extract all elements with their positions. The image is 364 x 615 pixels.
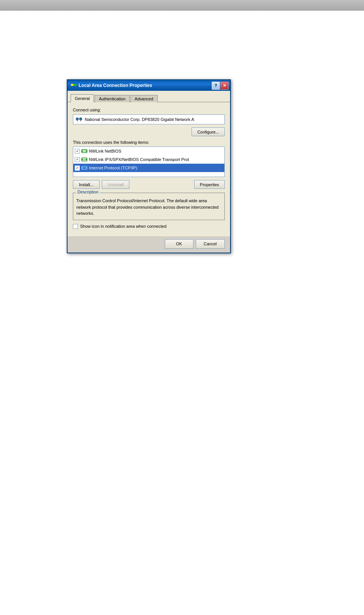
- description-border: Description Transmission Control Protoco…: [73, 193, 225, 220]
- list-item-nwlink-netbios[interactable]: NWLink NetBIOS: [73, 147, 224, 155]
- description-group: Description Transmission Control Protoco…: [73, 193, 225, 220]
- items-listbox[interactable]: NWLink NetBIOS NWLink IPX/SPX/NetBIOS Co…: [73, 147, 225, 177]
- cancel-button[interactable]: Cancel: [196, 239, 225, 249]
- connection-icon: [71, 82, 77, 89]
- install-button[interactable]: Install...: [73, 180, 100, 189]
- uninstall-button[interactable]: Uninstall: [102, 180, 129, 189]
- ok-cancel-row: OK Cancel: [68, 237, 230, 253]
- title-bar-left: Local Area Connection Properties: [71, 82, 152, 89]
- svg-rect-4: [79, 118, 82, 120]
- svg-rect-8: [77, 118, 78, 118]
- svg-point-21: [86, 167, 87, 169]
- show-icon-row: Show icon in notification area when conn…: [73, 224, 225, 229]
- tab-general[interactable]: General: [71, 94, 94, 102]
- title-bar: Local Area Connection Properties ? ✕: [68, 80, 230, 91]
- svg-rect-0: [71, 84, 73, 86]
- list-item-nwlink-ipx[interactable]: NWLink IPX/SPX/NetBIOS Compatible Transp…: [73, 155, 224, 164]
- svg-point-12: [82, 151, 83, 152]
- configure-row: Configure...: [73, 127, 225, 136]
- desktop: Local Area Connection Properties ? ✕ Gen…: [0, 11, 364, 615]
- svg-rect-3: [76, 118, 79, 120]
- svg-rect-1: [74, 84, 76, 86]
- svg-point-13: [86, 151, 87, 152]
- show-icon-label: Show icon in notification area when conn…: [80, 224, 166, 229]
- dialog-content: Connect using: National Semiconductor Co…: [68, 102, 230, 237]
- tab-bar: General Authentication Advanced: [68, 91, 230, 102]
- ok-button[interactable]: OK: [165, 239, 193, 249]
- help-button[interactable]: ?: [212, 82, 220, 90]
- tab-advanced[interactable]: Advanced: [130, 95, 158, 102]
- dialog-title: Local Area Connection Properties: [79, 83, 152, 88]
- checkbox-nwlink-netbios[interactable]: [75, 149, 80, 154]
- checkbox-tcp-ip[interactable]: [75, 166, 80, 171]
- svg-point-20: [82, 167, 83, 169]
- dialog-wrapper: Local Area Connection Properties ? ✕ Gen…: [67, 79, 231, 253]
- item-label-nwlink-netbios: NWLink NetBIOS: [89, 149, 121, 153]
- show-icon-checkbox[interactable]: [73, 224, 78, 229]
- adapter-name: National Semiconductor Corp. DP83820 Gig…: [85, 117, 222, 122]
- list-item-tcp-ip[interactable]: Internet Protocol (TCP/IP): [73, 164, 224, 172]
- adapter-icon: [76, 117, 82, 122]
- description-text: Transmission Control Protocol/Internet P…: [73, 196, 224, 220]
- local-area-connection-dialog: Local Area Connection Properties ? ✕ Gen…: [67, 79, 231, 253]
- taskbar: [0, 0, 364, 11]
- properties-button[interactable]: Properties: [194, 180, 225, 189]
- item-label-nwlink-ipx: NWLink IPX/SPX/NetBIOS Compatible Transp…: [89, 157, 189, 162]
- item-label-tcp-ip: Internet Protocol (TCP/IP): [89, 166, 137, 170]
- net-icon-tcp-ip: [81, 166, 87, 170]
- net-icon-nwlink-netbios: [81, 149, 87, 153]
- svg-rect-6: [77, 120, 78, 121]
- svg-rect-7: [81, 120, 81, 121]
- configure-button[interactable]: Configure...: [192, 127, 225, 136]
- connect-using-label: Connect using:: [73, 108, 225, 112]
- svg-point-17: [86, 159, 87, 160]
- action-buttons-row: Install... Uninstall Properties: [73, 180, 225, 189]
- close-button[interactable]: ✕: [221, 82, 229, 90]
- uses-items-label: This connection uses the following items…: [73, 140, 225, 145]
- net-icon-nwlink-ipx: [81, 157, 87, 162]
- title-bar-buttons: ? ✕: [212, 82, 229, 90]
- svg-rect-9: [80, 118, 82, 118]
- title-icon-svg: [71, 82, 77, 89]
- checkbox-nwlink-ipx[interactable]: [75, 157, 80, 162]
- adapter-row: National Semiconductor Corp. DP83820 Gig…: [73, 114, 225, 124]
- tab-authentication[interactable]: Authentication: [95, 95, 130, 102]
- description-legend: Description: [76, 190, 100, 194]
- svg-point-16: [82, 159, 83, 160]
